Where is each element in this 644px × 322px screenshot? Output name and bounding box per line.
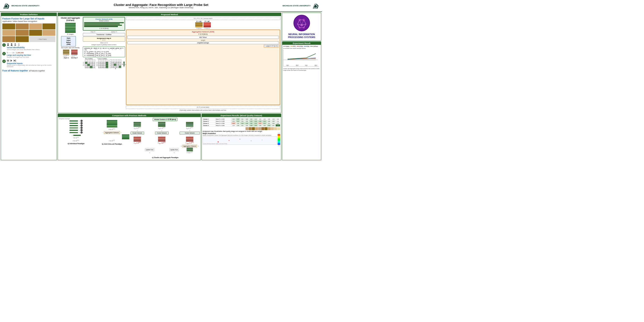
legend-naive: Naïve (283, 46, 290, 47)
numbered-items: 1 Varied Identifiability S (2, 43, 55, 68)
weighted-avg-label: weighted average (128, 42, 278, 44)
weight-viz-caption: Weight Visualization Cluster And Aggrega… (202, 134, 277, 136)
formula-box: ASSIGN_{N→M}(Q, K, V) = AV, A = σ_col(QW… (83, 46, 125, 57)
item-2: 2 ℕ ↔↔ 10 – 1,000,000 Large and varying … (2, 52, 55, 58)
joint-paradigm: F ∈ ℝN×C → Aggregation Network → (95, 118, 129, 158)
neurips-panel: NEURAL INFORMATION PROCESSING SYSTEMS (282, 13, 321, 41)
cluster1-mean: Mean P₁: 0.653 (215, 118, 231, 120)
face-image (29, 30, 42, 36)
item-1-desc: Some images are more identifiable than o… (7, 48, 40, 50)
person-icon-1 (7, 43, 9, 46)
svg-text:(23): (23) (306, 66, 307, 66)
joint-F-label: F ∈ ℝN×C (109, 128, 115, 130)
item-2-title: Large and varying Set Size (7, 54, 31, 56)
neurips-logo (293, 14, 310, 32)
prev-batch-label: S't-1, F't-1, At-1 previous batch (127, 18, 279, 19)
experiment-results-panel: Experiment Results (Mixed Quality Datase… (202, 114, 281, 160)
face-image (2, 30, 15, 36)
next-batch-label: S't, F't, At next batch (127, 106, 279, 108)
cn-global-centers: Global Centers (84, 20, 124, 22)
p-label: P ∈ ℝ^{M×C} (127, 34, 279, 35)
number-badge-3: 3 (2, 60, 6, 63)
msu-helmet-icon-left (2, 2, 10, 10)
item-1: 1 Varied Identifiability S (2, 43, 55, 50)
individual-paradigm: Weighted average → → (59, 118, 94, 158)
svg-point-12 (18, 43, 20, 44)
proposed-method-panel: Proposed Method Cluster and Aggregate (C… (58, 13, 281, 113)
cluster-paradigm-label: c) Cluster and Aggregate Paradigm (130, 156, 200, 158)
problem-body: Feature Fusion for Large Set of Inputs A… (1, 16, 56, 160)
item-3: 3 Sequential Inputs Videos come in seque… (2, 59, 55, 68)
bottom-row: Comparison with Previous Methods Weighte… (58, 114, 281, 160)
comparison-header: Comparison with Previous Methods (58, 114, 201, 117)
cluster-network-c3: Cluster Network (180, 132, 200, 134)
person-icon-4 (18, 43, 20, 46)
colorbar (278, 134, 280, 145)
experiment-chart: 8.0 6.0 4.0 2.0 0.0 -2.0 -4.0 (283, 50, 318, 66)
item-3-desc: Videos come in sequentially. We use what… (7, 64, 55, 68)
formula3: F' = ASSIGN({c_j}^M, {s_i}^N_L, {f_i}^N)… (84, 53, 124, 54)
item-3-title: Sequential Inputs (7, 62, 55, 64)
page: MICHIGAN STATE UNIVERSITY Cluster and Ag… (0, 0, 322, 161)
global-centers-caption: Assigns inputs to globally shared center… (83, 44, 125, 46)
problem-header: Problem Definition (1, 13, 56, 16)
agn-header: Aggregation Network (AGN) (127, 31, 279, 33)
fuse-text: Fuse all features together (2, 70, 28, 72)
msu-name-right: MICHIGAN STATE UNIVERSITY (282, 5, 310, 7)
svg-text:(7114): (7114) (314, 66, 317, 66)
individual-paradigm-label: a) Individual Paradigm (68, 142, 84, 144)
problem-definition-panel: Problem Definition Feature Fusion for La… (1, 13, 57, 160)
svg-text:(9): (9) (287, 66, 288, 66)
caface-label: Cluster and Aggregate (CAFace) (59, 17, 82, 22)
assignment-label: Assignment map A (84, 38, 124, 39)
weight-label: weight (127, 40, 279, 41)
cluster-network-c1: Cluster Network (130, 132, 144, 134)
cluster3-mean: Mean P₃: 0.089 (215, 122, 231, 124)
person-icon-2 (10, 43, 13, 46)
svg-rect-7 (7, 45, 9, 46)
skip-icon (14, 59, 16, 62)
identity-label: ∈ ℝN'×C (72, 55, 77, 57)
legend-rsa: RSA (304, 46, 309, 47)
cluster4-mean: Mean P₄: 0.000 (215, 124, 231, 126)
svg-text:(21): (21) (296, 66, 298, 66)
legend-caface: CAFace (310, 46, 318, 47)
key-label: Key: S (91, 31, 95, 32)
cluster3-label: Cluster 3 (202, 122, 215, 124)
main-content: Problem Definition Feature Fusion for La… (0, 12, 322, 161)
face-image (16, 36, 28, 42)
svg-marker-17 (14, 60, 15, 62)
cosine-sim-label: Cosine Similarity between Gallery and Vi… (203, 143, 227, 144)
proposed-header: Proposed Method (58, 13, 281, 16)
weight-viz-title: Weight Visualization (202, 133, 277, 134)
experiment-result-panel: Experiment Result Naïve PFE (282, 42, 321, 160)
chart-caption: Cluster and Aggregate brings improvement… (283, 68, 320, 72)
update-rule-2: Update Rule (170, 148, 179, 151)
mxn-label: M×N' (84, 39, 124, 41)
msu-name-left: MICHIGAN STATE UNIVERSITY (12, 5, 40, 7)
logo-left: MICHIGAN STATE UNIVERSITY (2, 2, 40, 10)
formula1: ASSIGN_{N→M}(Q, K, V) = AV, A = σ_col(QW… (84, 48, 124, 50)
weighted-avg-label-a: Weighted average (59, 118, 70, 120)
svg-point-19 (294, 15, 310, 31)
mlp-label: MLP Mixer (128, 36, 278, 38)
face-image (42, 24, 55, 29)
cluster1-label: Cluster 1 (202, 118, 215, 120)
row-softmax-table: K1 K2 K3 K4 1.00 0.00 0.00 (85, 60, 95, 68)
legend-cfan: CFAN (297, 46, 303, 47)
svg-point-8 (11, 43, 12, 44)
face-image (29, 24, 42, 29)
header: MICHIGAN STATE UNIVERSITY Cluster and Ag… (0, 0, 322, 12)
svg-rect-18 (16, 60, 16, 62)
identity-f-label: Identity F (71, 57, 78, 58)
svg-rect-9 (11, 45, 12, 46)
svg-marker-16 (10, 60, 12, 62)
header-center: Cluster and Aggregate: Face Recognition … (40, 3, 282, 9)
fp-label: F' = AF (205, 21, 210, 22)
msu-helmet-icon-right (312, 2, 320, 10)
cluster-paradigm: Global Centers C ∈ ℝ^{M×d} (130, 118, 200, 158)
item-1-title: Varied Identifiability (7, 46, 40, 48)
individual-F-label: F ∈ ℝN×C (73, 140, 80, 142)
value-label: Value: (S, F) (83, 42, 125, 44)
a-matrix: K1 K2 K3 K4 Q1 0.500.000.500.00 (110, 59, 122, 68)
